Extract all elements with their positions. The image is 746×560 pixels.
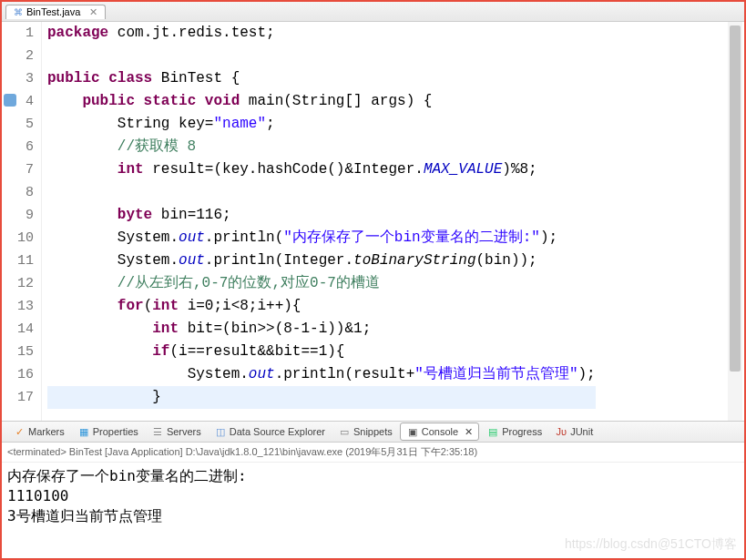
- view-tab-label: Console: [422, 426, 458, 437]
- line-number: 1: [2, 22, 34, 45]
- line-number: 12: [2, 272, 34, 295]
- code-line[interactable]: int bit=(bin>>(8-1-i))&1;: [47, 318, 596, 341]
- view-tab-label: Data Source Explorer: [230, 426, 325, 437]
- view-tab-label: Servers: [167, 426, 201, 437]
- view-tab-progress[interactable]: ▤Progress: [481, 423, 547, 440]
- line-number: 13: [2, 295, 34, 318]
- line-number: 17: [2, 386, 34, 409]
- view-tab-properties[interactable]: ▦Properties: [72, 423, 144, 440]
- line-number: 10: [2, 227, 34, 249]
- console-output[interactable]: 内存保存了一个bin变量名的二进制:11101003号槽道归当前节点管理: [2, 463, 744, 530]
- console-line: 内存保存了一个bin变量名的二进制:: [7, 466, 739, 486]
- line-number: 6: [2, 136, 34, 158]
- code-line[interactable]: //获取模 8: [47, 136, 596, 158]
- properties-icon: ▦: [77, 425, 90, 438]
- line-number: 16: [2, 363, 34, 386]
- view-tab-snippets[interactable]: ▭Snippets: [332, 423, 398, 440]
- editor-scrollbar[interactable]: [728, 22, 742, 421]
- line-number: 14: [2, 318, 34, 341]
- snippets-icon: ▭: [338, 425, 351, 438]
- code-line[interactable]: System.out.println(result+"号槽道归当前节点管理");: [47, 363, 596, 386]
- watermark: https://blog.csdn@51CTO博客: [565, 536, 737, 553]
- console-icon: ▣: [406, 425, 419, 438]
- view-tab-label: Snippets: [353, 426, 393, 437]
- view-tab-junit[interactable]: JυJUnit: [549, 423, 598, 440]
- console-header: <terminated> BinTest [Java Application] …: [2, 443, 744, 463]
- data-source-explorer-icon: ◫: [214, 425, 227, 438]
- close-icon[interactable]: ✕: [465, 426, 473, 438]
- code-line[interactable]: [47, 181, 596, 204]
- bottom-view-tabs: ✓Markers▦Properties☰Servers◫Data Source …: [2, 421, 744, 443]
- view-tab-markers[interactable]: ✓Markers: [7, 423, 70, 440]
- view-tab-console[interactable]: ▣Console ✕: [400, 423, 479, 441]
- view-tab-data-source-explorer[interactable]: ◫Data Source Explorer: [209, 423, 331, 440]
- line-number: 2: [2, 45, 34, 67]
- code-line[interactable]: package com.jt.redis.test;: [47, 22, 596, 45]
- editor-tab-bintest[interactable]: ⌘ BinTest.java ✕: [5, 5, 106, 19]
- code-line[interactable]: public static void main(String[] args) {: [47, 90, 596, 113]
- line-number: 5: [2, 113, 34, 136]
- line-number: 8: [2, 181, 34, 204]
- line-number: 11: [2, 249, 34, 272]
- line-number: 4: [2, 90, 34, 113]
- run-marker-icon: [4, 94, 16, 107]
- code-line[interactable]: String key="name";: [47, 113, 596, 136]
- line-number: 9: [2, 204, 34, 227]
- console-line: 1110100: [7, 486, 739, 506]
- editor-tab-bar: ⌘ BinTest.java ✕: [2, 2, 744, 22]
- code-content[interactable]: package com.jt.redis.test; public class …: [42, 22, 596, 421]
- line-number: 15: [2, 341, 34, 363]
- code-editor[interactable]: 1234567891011121314151617 package com.jt…: [2, 22, 744, 421]
- line-number: 7: [2, 158, 34, 181]
- code-line[interactable]: }: [47, 386, 596, 409]
- console-process-label: <terminated> BinTest [Java Application] …: [7, 446, 477, 457]
- code-line[interactable]: int result=(key.hashCode()&Integer.MAX_V…: [47, 158, 596, 181]
- scrollbar-thumb[interactable]: [730, 25, 741, 372]
- code-line[interactable]: [47, 45, 596, 67]
- junit-icon: Jυ: [555, 425, 567, 438]
- tab-label: BinTest.java: [26, 6, 80, 17]
- view-tab-servers[interactable]: ☰Servers: [146, 423, 207, 440]
- markers-icon: ✓: [13, 425, 26, 438]
- view-tab-label: Markers: [28, 426, 65, 437]
- code-line[interactable]: public class BinTest {: [47, 67, 596, 90]
- line-number: 3: [2, 67, 34, 90]
- close-icon[interactable]: ✕: [89, 6, 97, 18]
- code-line[interactable]: if(i==result&&bit==1){: [47, 341, 596, 363]
- view-tab-label: Properties: [93, 426, 138, 437]
- code-line[interactable]: System.out.println(Integer.toBinaryStrin…: [47, 249, 596, 272]
- line-number-gutter: 1234567891011121314151617: [2, 22, 42, 421]
- code-line[interactable]: System.out.println("内存保存了一个bin变量名的二进制:")…: [47, 227, 596, 249]
- code-line[interactable]: //从左到右,0-7的位数,对应0-7的槽道: [47, 272, 596, 295]
- console-line: 3号槽道归当前节点管理: [7, 506, 739, 526]
- java-file-icon: ⌘: [14, 7, 23, 17]
- servers-icon: ☰: [151, 425, 164, 438]
- code-line[interactable]: for(int i=0;i<8;i++){: [47, 295, 596, 318]
- view-tab-label: JUnit: [570, 426, 593, 437]
- view-tab-label: Progress: [502, 426, 542, 437]
- code-line[interactable]: byte bin=116;: [47, 204, 596, 227]
- progress-icon: ▤: [486, 425, 499, 438]
